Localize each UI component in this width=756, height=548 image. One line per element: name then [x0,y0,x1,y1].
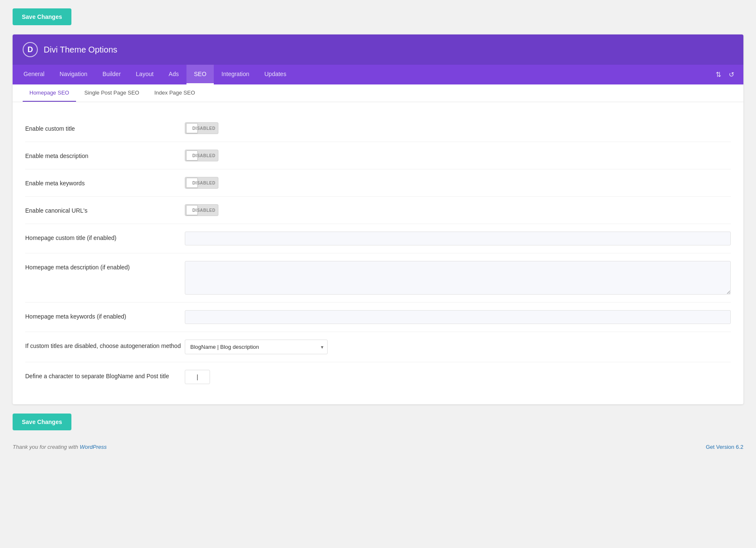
label-enable-meta-keywords: Enable meta keywords [25,177,185,188]
tab-seo[interactable]: SEO [186,65,214,84]
tab-general[interactable]: General [16,65,52,84]
footer-text: Thank you for creating with WordPress [13,444,107,450]
label-homepage-meta-keywords: Homepage meta keywords (if enabled) [25,310,185,321]
toggle-enable-custom-title[interactable]: DISABLED [185,122,218,134]
reset-icon[interactable]: ↺ [726,69,737,80]
control-homepage-meta-keywords [185,310,731,324]
wordpress-link[interactable]: WordPress [80,444,107,450]
input-homepage-meta-keywords[interactable] [185,310,731,324]
toggle-enable-canonical-urls[interactable]: DISABLED [185,204,218,216]
toggle-switch-meta-keywords[interactable]: DISABLED [185,177,218,189]
sub-tabs: Homepage SEO Single Post Page SEO Index … [13,84,743,102]
sort-icon[interactable]: ⇅ [713,69,724,80]
label-separator-character: Define a character to separate BlogName … [25,370,185,381]
toggle-switch-custom-title[interactable]: DISABLED [185,122,218,134]
sub-tab-index-page-seo[interactable]: Index Page SEO [147,84,202,102]
toggle-enable-meta-description[interactable]: DISABLED [185,150,218,161]
label-enable-meta-description: Enable meta description [25,150,185,161]
toggle-label-custom-title: DISABLED [192,126,215,131]
field-separator-character: Define a character to separate BlogName … [25,362,731,392]
thank-you-text: Thank you for creating with [13,444,78,450]
sub-tab-single-post-seo[interactable]: Single Post Page SEO [78,84,146,102]
control-homepage-meta-description [185,261,731,295]
field-enable-meta-description: Enable meta description DISABLED [25,142,731,169]
field-enable-meta-keywords: Enable meta keywords DISABLED [25,169,731,197]
label-enable-canonical-urls: Enable canonical URL's [25,204,185,215]
control-enable-custom-title: DISABLED [185,122,731,134]
tab-navigation[interactable]: Navigation [52,65,95,84]
toggle-switch-canonical-urls[interactable]: DISABLED [185,204,218,216]
label-homepage-custom-title: Homepage custom title (if enabled) [25,232,185,242]
control-enable-meta-description: DISABLED [185,150,731,161]
input-separator-character[interactable] [185,370,210,384]
control-homepage-custom-title [185,232,731,245]
control-separator-character [185,370,731,384]
textarea-homepage-meta-description[interactable] [185,261,731,295]
toggle-enable-meta-keywords[interactable]: DISABLED [185,177,218,189]
sub-tab-homepage-seo[interactable]: Homepage SEO [23,84,76,102]
save-changes-top-button[interactable]: Save Changes [13,8,71,25]
divi-logo: D [23,42,38,57]
label-autogeneration-method: If custom titles are disabled, choose au… [25,340,185,350]
footer-bar: Thank you for creating with WordPress Ge… [13,440,743,458]
panel-body: Enable custom title DISABLED Enable meta… [13,102,743,404]
label-homepage-meta-description: Homepage meta description (if enabled) [25,261,185,272]
input-homepage-custom-title[interactable] [185,232,731,245]
tab-ads[interactable]: Ads [161,65,186,84]
nav-tabs: General Navigation Builder Layout Ads SE… [13,65,743,84]
tab-integration[interactable]: Integration [214,65,257,84]
control-autogeneration-method: BlogName | Blog description Blog descrip… [185,340,731,354]
field-enable-custom-title: Enable custom title DISABLED [25,115,731,142]
save-changes-bottom-button[interactable]: Save Changes [13,414,71,430]
field-enable-canonical-urls: Enable canonical URL's DISABLED [25,197,731,224]
divi-theme-options-panel: D Divi Theme Options General Navigation … [13,34,743,404]
get-version-link[interactable]: Get Version 6.2 [706,444,743,450]
select-autogeneration-method[interactable]: BlogName | Blog description Blog descrip… [185,340,328,354]
control-enable-meta-keywords: DISABLED [185,177,731,189]
panel-title: Divi Theme Options [44,45,117,55]
tab-updates[interactable]: Updates [257,65,294,84]
control-enable-canonical-urls: DISABLED [185,204,731,216]
panel-header: D Divi Theme Options [13,34,743,65]
label-enable-custom-title: Enable custom title [25,122,185,133]
field-homepage-custom-title: Homepage custom title (if enabled) [25,224,731,253]
toggle-label-meta-description: DISABLED [192,153,215,158]
select-wrap-autogeneration: BlogName | Blog description Blog descrip… [185,340,328,354]
toggle-label-meta-keywords: DISABLED [192,181,215,185]
nav-utility-icons: ⇅ ↺ [713,69,740,80]
field-homepage-meta-keywords: Homepage meta keywords (if enabled) [25,303,731,332]
field-homepage-meta-description: Homepage meta description (if enabled) [25,253,731,303]
toggle-label-canonical-urls: DISABLED [192,208,215,213]
tab-builder[interactable]: Builder [95,65,129,84]
field-autogeneration-method: If custom titles are disabled, choose au… [25,332,731,362]
tab-layout[interactable]: Layout [129,65,161,84]
toggle-switch-meta-description[interactable]: DISABLED [185,150,218,161]
